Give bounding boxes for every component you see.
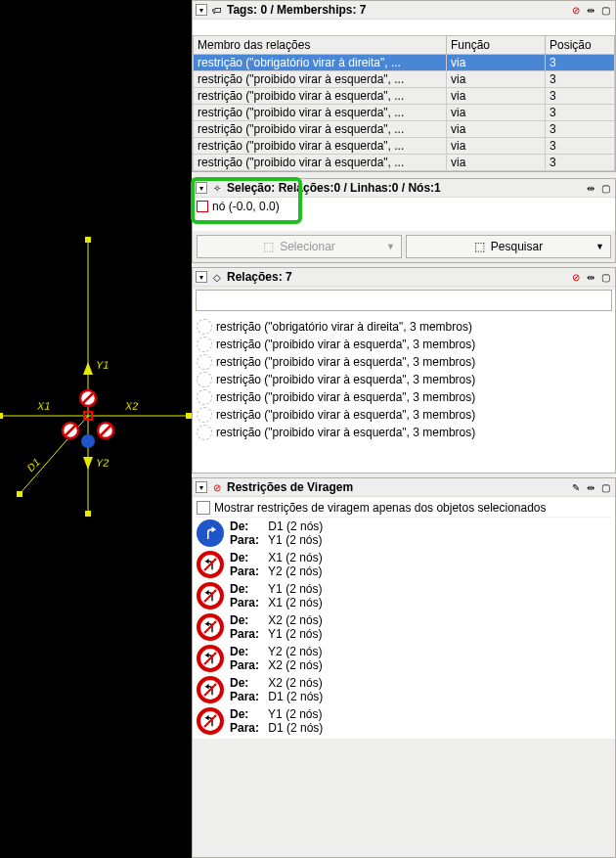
- no-left-turn-icon: [197, 613, 224, 641]
- selection-title: Seleção: Relações:0 / Linhas:0 / Nós:1: [227, 181, 441, 195]
- no-left-turn-icon: [197, 582, 224, 610]
- close-icon[interactable]: ▢: [598, 3, 612, 17]
- relation-icon: [197, 319, 212, 335]
- relation-icon: [197, 354, 212, 370]
- no-left-turn-icon: [197, 551, 224, 578]
- svg-line-20: [204, 621, 216, 633]
- svg-line-23: [204, 715, 216, 727]
- map-label-y1: Y1: [96, 359, 109, 371]
- relation-icon: [197, 389, 212, 405]
- search-button[interactable]: ⬚ Pesquisar ▼: [406, 235, 611, 258]
- close-icon[interactable]: ▢: [598, 480, 612, 494]
- selection-icon: ✧: [210, 181, 224, 195]
- search-label: Pesquisar: [491, 240, 543, 253]
- relations-icon: ◇: [210, 270, 224, 284]
- svg-line-21: [204, 653, 216, 664]
- selection-panel: ▾ ✧ Seleção: Relações:0 / Linhas:0 / Nós…: [192, 178, 616, 263]
- col-role[interactable]: Função: [447, 36, 546, 55]
- relation-icon: [197, 372, 212, 387]
- select-button[interactable]: ⬚ Selecionar ▼: [197, 235, 402, 258]
- collapse-toggle[interactable]: ▾: [196, 481, 207, 493]
- close-icon[interactable]: ▢: [598, 270, 612, 284]
- map-label-x1: X1: [36, 400, 50, 412]
- chevron-down-icon[interactable]: ▼: [595, 242, 604, 251]
- node-icon: [197, 201, 208, 212]
- chevron-down-icon[interactable]: ▼: [386, 242, 395, 251]
- svg-point-15: [81, 434, 95, 448]
- pin-icon[interactable]: ⇹: [584, 181, 597, 195]
- pin-icon[interactable]: ⇹: [584, 270, 597, 284]
- tag-icon: 🏷: [210, 3, 224, 17]
- table-row[interactable]: restrição ("proibido virar à esquerda", …: [194, 105, 615, 121]
- relation-item[interactable]: restrição ("proibido virar à esquerda", …: [195, 424, 613, 441]
- turn-restriction-row[interactable]: De: D1 (2 nós)Para: Y1 (2 nós): [197, 518, 611, 549]
- svg-marker-16: [83, 362, 93, 375]
- table-row[interactable]: restrição ("obrigatório virar à direita"…: [194, 55, 615, 71]
- only-selected-label: Mostrar restrições de viragem apenas dos…: [214, 501, 547, 515]
- pin-icon[interactable]: ⇹: [584, 3, 597, 17]
- table-row[interactable]: restrição ("proibido virar à esquerda", …: [194, 155, 615, 171]
- search-icon: ⬚: [474, 240, 485, 253]
- memberships-table[interactable]: Membro das relações Função Posição restr…: [193, 35, 615, 171]
- relations-title: Relações: 7: [227, 270, 292, 284]
- close-icon[interactable]: ▢: [598, 181, 612, 195]
- turn-restrictions-panel: ▾ ⊘ Restrições de Viragem ✎ ⇹ ▢ Mostrar …: [192, 477, 616, 858]
- collapse-toggle[interactable]: ▾: [196, 4, 207, 16]
- tags-title: Tags: 0 / Memberships: 7: [227, 3, 366, 17]
- turn-restriction-row[interactable]: De: X2 (2 nós)Para: D1 (2 nós): [197, 674, 611, 705]
- table-row[interactable]: restrição ("proibido virar à esquerda", …: [194, 121, 615, 138]
- svg-rect-4: [85, 511, 91, 517]
- turn-restriction-row[interactable]: De: Y1 (2 nós)Para: X1 (2 nós): [197, 580, 611, 611]
- delete-icon[interactable]: ⊘: [569, 270, 583, 284]
- relation-item[interactable]: restrição ("proibido virar à esquerda", …: [195, 371, 613, 388]
- only-selected-checkbox[interactable]: [197, 501, 210, 515]
- table-row[interactable]: restrição ("proibido virar à esquerda", …: [194, 138, 615, 155]
- selection-node-label: nó (-0.0, 0.0): [212, 200, 280, 213]
- select-label: Selecionar: [280, 240, 335, 253]
- delete-icon[interactable]: ⊘: [569, 3, 583, 17]
- relation-item[interactable]: restrição ("obrigatório virar à direita"…: [195, 318, 613, 336]
- relations-filter-input[interactable]: [196, 290, 612, 311]
- only-right-turn-icon: [197, 519, 224, 547]
- svg-line-18: [204, 559, 216, 570]
- svg-rect-6: [186, 413, 192, 419]
- no-left-turn-icon: [197, 707, 224, 735]
- svg-line-19: [204, 590, 216, 602]
- relation-icon: [197, 337, 212, 352]
- relation-icon: [197, 407, 212, 423]
- map-label-y2: Y2: [96, 457, 109, 469]
- turn-restriction-row[interactable]: De: X1 (2 nós)Para: Y2 (2 nós): [197, 549, 611, 580]
- svg-rect-5: [0, 413, 3, 419]
- no-left-turn-icon: [197, 676, 224, 703]
- no-left-turn-icon: [197, 645, 224, 672]
- relation-icon: [197, 425, 212, 440]
- collapse-toggle[interactable]: ▾: [196, 182, 207, 194]
- relation-item[interactable]: restrição ("proibido virar à esquerda", …: [195, 336, 613, 353]
- tags-panel: ▾ 🏷 Tags: 0 / Memberships: 7 ⊘ ⇹ ▢ Membr…: [192, 0, 616, 172]
- turn-restriction-row[interactable]: De: Y2 (2 nós)Para: X2 (2 nós): [197, 643, 611, 674]
- svg-rect-3: [85, 237, 91, 243]
- svg-rect-7: [17, 491, 22, 497]
- collapse-toggle[interactable]: ▾: [196, 271, 207, 283]
- col-member[interactable]: Membro das relações: [194, 36, 447, 55]
- map-label-x2: X2: [124, 400, 138, 412]
- relation-item[interactable]: restrição ("proibido virar à esquerda", …: [195, 388, 613, 406]
- relations-panel: ▾ ◇ Relações: 7 ⊘ ⇹ ▢ restrição ("obriga…: [192, 267, 616, 474]
- col-pos[interactable]: Posição: [546, 36, 615, 55]
- svg-line-22: [204, 684, 216, 696]
- table-row[interactable]: restrição ("proibido virar à esquerda", …: [194, 88, 615, 105]
- turn-restriction-row[interactable]: De: Y1 (2 nós)Para: D1 (2 nós): [197, 705, 611, 737]
- pin-icon[interactable]: ⇹: [584, 480, 597, 494]
- relation-item[interactable]: restrição ("proibido virar à esquerda", …: [195, 406, 613, 424]
- turn-title: Restrições de Viragem: [227, 480, 353, 494]
- selection-item[interactable]: nó (-0.0, 0.0): [193, 198, 615, 215]
- map-canvas[interactable]: X1 X2 Y1 Y2 D1: [0, 0, 192, 858]
- turn-restriction-row[interactable]: De: X2 (2 nós)Para: Y1 (2 nós): [197, 611, 611, 643]
- svg-marker-17: [83, 457, 93, 470]
- turn-icon: ⊘: [210, 480, 224, 494]
- relation-item[interactable]: restrição ("proibido virar à esquerda", …: [195, 353, 613, 371]
- select-icon: ⬚: [263, 240, 274, 253]
- edit-icon[interactable]: ✎: [569, 480, 583, 494]
- table-row[interactable]: restrição ("proibido virar à esquerda", …: [194, 71, 615, 88]
